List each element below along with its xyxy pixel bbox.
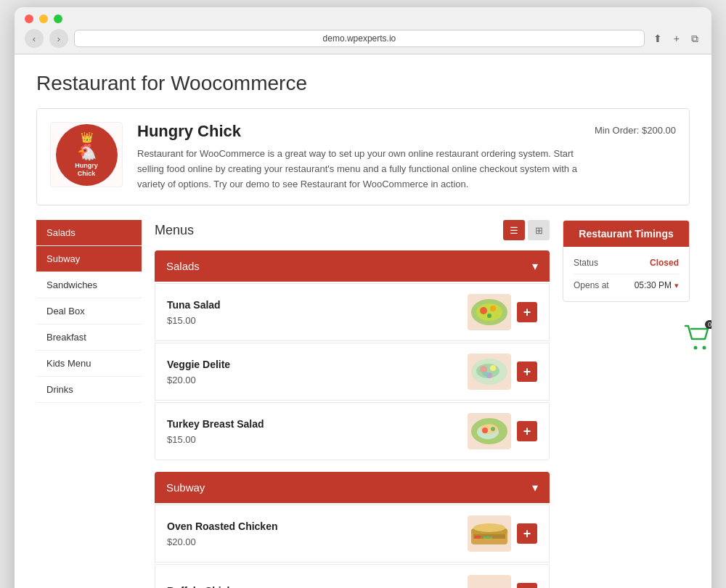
opens-chevron-icon: ▾ — [674, 281, 679, 290]
veggie-delite-right: + — [468, 354, 537, 390]
menus-title: Menus — [155, 223, 194, 238]
subway-chevron-icon: ▾ — [532, 481, 538, 494]
sidebar-item-breakfast[interactable]: Breakfast — [36, 324, 142, 351]
buffalo-chicken-image — [468, 575, 511, 588]
salads-category-label: Salads — [166, 260, 200, 272]
salads-category-header[interactable]: Salads ▾ — [155, 250, 550, 282]
tuna-salad-name: Tuna Salad — [167, 299, 468, 311]
turkey-breast-salad-info: Turkey Breast Salad $15.00 — [167, 418, 468, 445]
menus-section: Menus ☰ ⊞ Salads ▾ Tuna Salad — [155, 220, 550, 588]
chick-face-icon: 🐔 — [77, 143, 97, 162]
svg-point-4 — [487, 314, 492, 318]
svg-point-29 — [703, 346, 706, 350]
opens-at-row: Opens at 05:30 PM ▾ — [574, 277, 679, 294]
crown-icon: 👑 — [81, 131, 93, 143]
turkey-breast-salad-name: Turkey Breast Salad — [167, 418, 468, 430]
sidebar-item-kids-menu[interactable]: Kids Menu — [36, 351, 142, 377]
cart-container: 0 — [682, 323, 711, 354]
oven-roasted-chicken-name: Oven Roasted Chicken — [167, 520, 468, 532]
grid-view-button[interactable]: ⊞ — [528, 220, 550, 240]
salads-chevron-icon: ▾ — [532, 259, 538, 273]
veggie-delite-info: Veggie Delite $20.00 — [167, 359, 468, 385]
salads-category: Salads ▾ Tuna Salad $15.00 — [155, 250, 550, 460]
menu-item-veggie-delite: Veggie Delite $20.00 — [155, 343, 550, 401]
main-layout: Salads Subway Sandwiches Deal Box Breakf… — [36, 220, 690, 588]
sidebar-item-drinks[interactable]: Drinks — [36, 377, 142, 403]
svg-point-15 — [491, 427, 495, 431]
browser-window: ‹ › demo.wpexperts.io ⬆ + ⧉ Restaurant f… — [15, 7, 711, 588]
page-title: Restaurant for Woocommerce — [36, 72, 690, 95]
svg-point-19 — [473, 523, 505, 532]
subway-category: Subway ▾ Oven Roasted Chicken $20.00 — [155, 472, 550, 588]
menus-header: Menus ☰ ⊞ — [155, 220, 550, 240]
menu-item-tuna-salad: Tuna Salad $15.00 — [155, 283, 550, 341]
add-buffalo-chicken-button[interactable]: + — [517, 583, 537, 588]
svg-point-10 — [482, 372, 489, 376]
svg-point-8 — [490, 365, 496, 371]
add-oven-roasted-chicken-button[interactable]: + — [517, 523, 537, 544]
menu-item-buffalo-chicken: Buffalo Chicken — [155, 564, 550, 588]
turkey-breast-salad-right: + — [468, 413, 537, 449]
restaurant-header: 👑 🐔 HungryChick Hungry Chick Restaurant … — [36, 108, 690, 205]
svg-rect-21 — [484, 536, 492, 539]
restaurant-info: Hungry Chick Restaurant for WooCommerce … — [137, 122, 580, 192]
buffalo-chicken-name: Buffalo Chicken — [167, 585, 468, 588]
menu-item-turkey-breast-salad: Turkey Breast Salad $15.00 — [155, 402, 550, 460]
veggie-delite-name: Veggie Delite — [167, 359, 468, 370]
cart-button[interactable]: 0 — [682, 323, 711, 354]
cart-badge: 0 — [705, 320, 711, 329]
add-tuna-salad-button[interactable]: + — [517, 302, 537, 322]
oven-roasted-chicken-price: $20.00 — [167, 536, 468, 547]
back-button[interactable]: ‹ — [25, 29, 44, 48]
right-panel: Restaurant Timings Status Closed Opens a… — [563, 220, 690, 588]
svg-rect-20 — [475, 536, 481, 539]
svg-point-28 — [694, 346, 698, 350]
subway-category-label: Subway — [166, 481, 205, 494]
min-order: Min Order: $200.00 — [595, 122, 676, 136]
page-content: Restaurant for Woocommerce 👑 🐔 HungryChi… — [15, 54, 711, 588]
turkey-breast-salad-image — [468, 413, 511, 449]
veggie-delite-price: $20.00 — [167, 375, 468, 385]
forward-button[interactable]: › — [49, 29, 68, 48]
oven-roasted-chicken-image — [468, 515, 511, 552]
status-label: Status — [574, 258, 598, 268]
list-view-button[interactable]: ☰ — [503, 220, 525, 240]
status-row: Status Closed — [574, 254, 679, 274]
tabs-icon[interactable]: ⧉ — [688, 31, 701, 46]
restaurant-logo: 👑 🐔 HungryChick — [50, 122, 123, 187]
timings-header: Restaurant Timings — [563, 221, 689, 247]
new-tab-icon[interactable]: + — [671, 31, 682, 46]
veggie-delite-image — [468, 354, 511, 390]
view-toggle: ☰ ⊞ — [503, 220, 550, 240]
oven-roasted-chicken-info: Oven Roasted Chicken $20.00 — [167, 520, 468, 547]
subway-category-header[interactable]: Subway ▾ — [155, 472, 550, 503]
logo-text: HungryChick — [75, 162, 98, 178]
timings-body: Status Closed Opens at 05:30 PM ▾ — [563, 247, 689, 301]
maximize-dot[interactable] — [54, 15, 62, 23]
close-dot[interactable] — [25, 15, 33, 23]
buffalo-chicken-right: + — [468, 575, 537, 588]
tuna-salad-right: + — [468, 294, 537, 330]
restaurant-name: Hungry Chick — [137, 122, 580, 141]
opens-at-value: 05:30 PM — [635, 280, 672, 290]
address-bar[interactable]: demo.wpexperts.io — [74, 30, 645, 47]
tuna-salad-info: Tuna Salad $15.00 — [167, 299, 468, 326]
restaurant-description: Restaurant for WooCommerce is a great wa… — [137, 147, 580, 192]
sidebar-item-sandwiches[interactable]: Sandwiches — [36, 272, 142, 298]
minimize-dot[interactable] — [39, 15, 48, 23]
svg-point-3 — [490, 306, 496, 311]
status-value: Closed — [650, 258, 679, 268]
add-veggie-delite-button[interactable]: + — [517, 362, 537, 382]
sidebar-item-deal-box[interactable]: Deal Box — [36, 298, 142, 324]
buffalo-chicken-info: Buffalo Chicken — [167, 585, 468, 588]
oven-roasted-chicken-right: + — [468, 515, 537, 552]
opens-at-time[interactable]: 05:30 PM ▾ — [635, 280, 679, 290]
turkey-breast-salad-price: $15.00 — [167, 434, 468, 445]
share-icon[interactable]: ⬆ — [650, 31, 665, 46]
timings-box: Restaurant Timings Status Closed Opens a… — [563, 220, 690, 302]
svg-point-14 — [482, 428, 488, 433]
sidebar-item-salads[interactable]: Salads — [36, 220, 142, 246]
opens-at-label: Opens at — [574, 280, 609, 290]
sidebar-item-subway[interactable]: Subway — [36, 246, 142, 272]
add-turkey-breast-salad-button[interactable]: + — [517, 421, 537, 441]
